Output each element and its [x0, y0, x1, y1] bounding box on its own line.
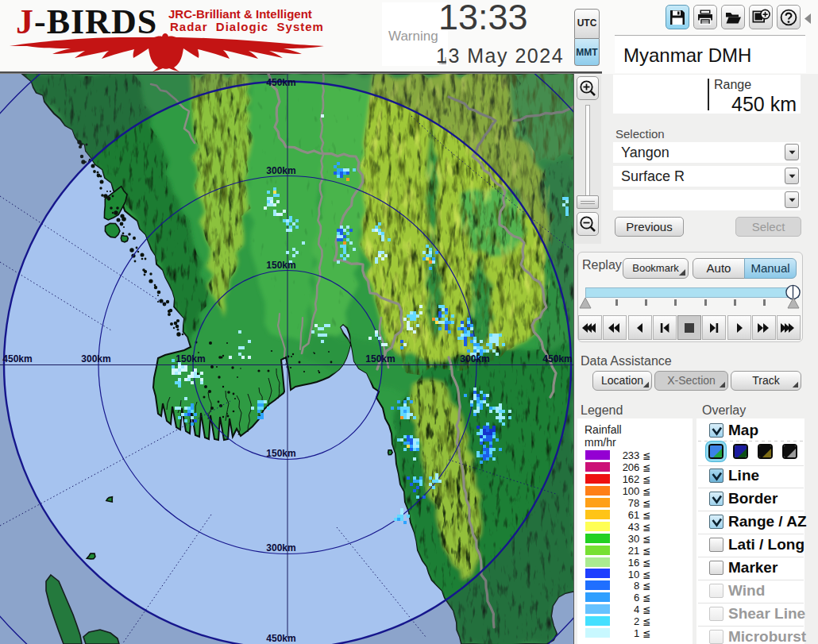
- svg-text:150km: 150km: [266, 260, 295, 271]
- svg-text:450km: 450km: [266, 633, 295, 644]
- svg-text:450km: 450km: [266, 77, 295, 88]
- svg-text:300km: 300km: [81, 353, 110, 364]
- svg-text:150km: 150km: [266, 448, 295, 459]
- svg-text:150km: 150km: [365, 353, 395, 364]
- svg-text:150km: 150km: [176, 353, 205, 364]
- svg-text:300km: 300km: [266, 165, 295, 176]
- svg-text:450km: 450km: [2, 353, 32, 364]
- svg-text:450km: 450km: [542, 353, 572, 364]
- svg-text:300km: 300km: [460, 353, 489, 364]
- svg-text:300km: 300km: [266, 542, 295, 553]
